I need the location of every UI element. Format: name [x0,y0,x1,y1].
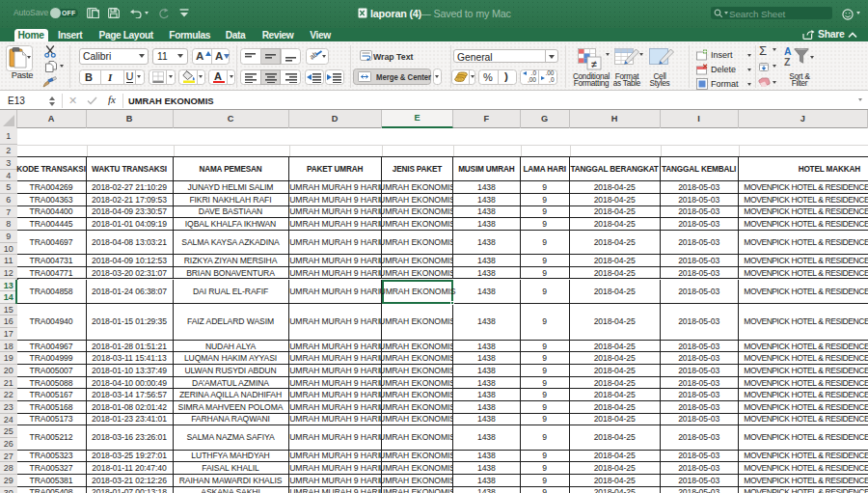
svg-text:≠: ≠ [591,59,597,69]
